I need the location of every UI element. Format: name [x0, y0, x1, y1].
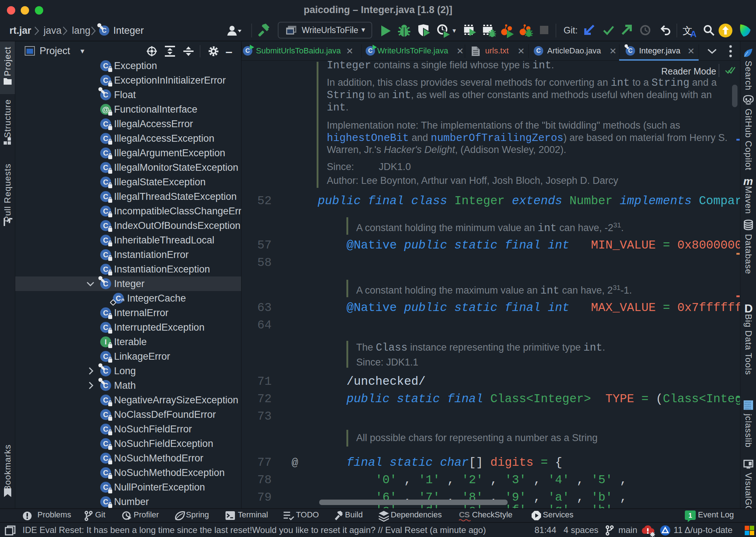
- svg-text:10011: 10011: [744, 408, 751, 410]
- svg-text:1: 1: [688, 512, 692, 519]
